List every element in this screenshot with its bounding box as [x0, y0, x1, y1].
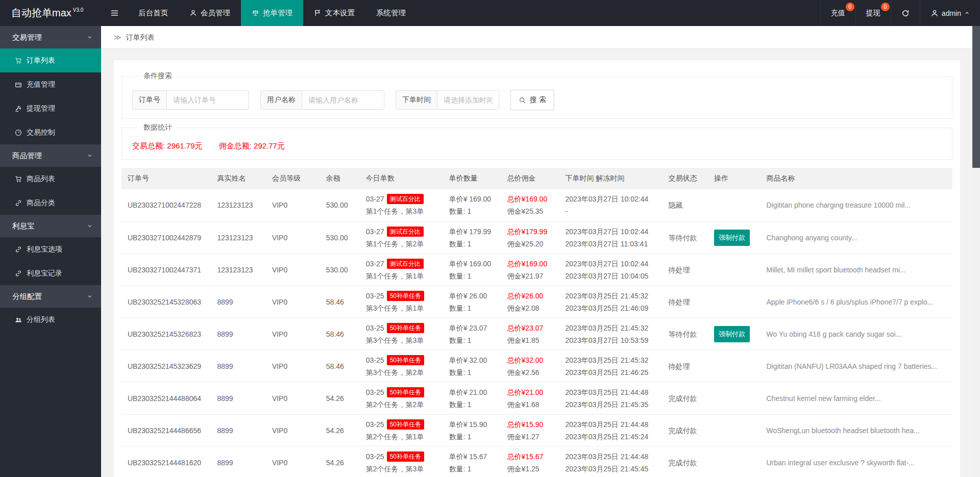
order-time: 2023年03月25日 21:44:48: [566, 450, 658, 463]
column-header: 交易状态: [663, 168, 709, 189]
refresh-button[interactable]: [891, 0, 920, 26]
table-row: UB23032521444866568899VIP054.2603-2550补单…: [121, 414, 952, 446]
sidebar-group-label: 利息宝: [12, 222, 35, 230]
sidebar-group-4[interactable]: 分组配置: [0, 285, 101, 308]
cell-status: 待处理: [663, 350, 709, 382]
daily-orders-line: 03-2550补单任务: [366, 354, 439, 366]
table-row: UB23032521444816208899VIP054.2603-2550补单…: [121, 446, 952, 477]
cell-real-name: 8899: [212, 382, 266, 414]
scrollbar-thumb[interactable]: [972, 26, 980, 168]
cell-balance: 58.46: [321, 318, 361, 350]
breadcrumb-icon: ≫: [114, 33, 121, 41]
table-row: UB23032521453236298899VIP058.4603-2550补单…: [121, 350, 952, 382]
cell-unit-price: 单价¥ 26.00数量: 1: [444, 286, 502, 318]
total-price: 总价¥21.00: [507, 386, 555, 398]
topnav-item-5[interactable]: 系统管理: [365, 0, 416, 26]
cell-order-no: UB2303252145328063: [121, 286, 212, 318]
commission: 佣金¥2.56: [507, 366, 555, 379]
withdraw-button[interactable]: 提现 0: [855, 0, 891, 26]
sidebar-item[interactable]: 充值管理: [0, 72, 101, 96]
table-row: UB2303271002447228123123123VIP0530.0003-…: [121, 189, 952, 221]
total-price: 总价¥23.07: [507, 322, 555, 334]
scrollbar[interactable]: [972, 26, 980, 477]
table-row: UB23032521444880648899VIP054.2603-2550补单…: [121, 382, 952, 414]
flag-icon: [314, 9, 322, 17]
order-time: 2023年03月27日 10:02:44: [566, 258, 658, 270]
total-price: 总价¥26.00: [507, 290, 555, 302]
cell-real-name: 8899: [212, 414, 266, 446]
search-field-group: 用户名称: [260, 90, 384, 110]
sidebar-item[interactable]: 订单列表: [0, 48, 101, 72]
sidebar-group-3[interactable]: 利息宝: [0, 215, 101, 237]
column-header: 商品名称: [761, 168, 952, 189]
content-card: 条件搜索 订单号用户名称下单时间搜 索 数据统计 交易总额: 2961.79元 …: [114, 60, 960, 477]
sidebar-group-2[interactable]: 商品管理: [0, 144, 101, 167]
quantity: 数量: 1: [449, 334, 497, 346]
task-badge: 50补单任务: [387, 323, 424, 333]
unfreeze-time: -: [566, 205, 658, 217]
sidebar-item[interactable]: 分组列表: [0, 308, 101, 332]
sidebar-item-label: 利息宝记录: [27, 269, 62, 278]
cell-status: 完成付款: [663, 414, 709, 446]
unfreeze-time: 2023年03月25日 21:45:45: [566, 463, 658, 475]
cell-total-commission: 总价¥179.99佣金¥25.20: [502, 221, 560, 254]
order-no: UB2303252144488064: [128, 394, 201, 403]
topbar: 自动抢单maxV3.0 后台首页会员管理抢单管理文本设置系统管理 充值 0 提现…: [0, 0, 980, 26]
sidebar-group-1[interactable]: 交易管理: [0, 26, 101, 48]
search-panel-legend: 条件搜索: [138, 71, 177, 81]
cell-action: 强制付款: [709, 318, 762, 350]
sidebar-item[interactable]: 利息宝选项: [0, 237, 101, 261]
order-date: 03-27: [366, 195, 384, 203]
sidebar-item[interactable]: 商品分类: [0, 191, 101, 215]
cell-status: 等待付款: [663, 221, 709, 254]
product-name: WoShengLun bluetooth headset bluetooth h…: [761, 414, 952, 446]
recharge-button[interactable]: 充值 0: [820, 0, 855, 26]
topnav-label: 抢单管理: [263, 8, 292, 18]
recharge-label: 充值: [831, 9, 845, 18]
task-badge: 50补单任务: [387, 451, 424, 462]
total-price: 总价¥179.99: [507, 225, 555, 238]
topnav-item-2[interactable]: 会员管理: [179, 0, 241, 26]
task-progress: 第2个任务，第2单: [366, 398, 439, 411]
total-price: 总价¥32.00: [507, 354, 555, 366]
quantity: 数量: 1: [449, 431, 497, 443]
sidebar-item[interactable]: 提现管理: [0, 96, 101, 120]
commission: 佣金¥25.20: [507, 238, 555, 250]
commission: 佣金¥25.35: [507, 205, 555, 217]
topnav-item-4[interactable]: 文本设置: [303, 0, 365, 26]
cell-action: [709, 350, 762, 382]
sidebar-item-label: 订单列表: [27, 56, 55, 65]
topnav-item-3[interactable]: 抢单管理: [241, 0, 303, 26]
search-field-label: 用户名称: [261, 91, 302, 109]
task-progress: 第1个任务，第1单: [366, 270, 439, 282]
search-input-3[interactable]: [437, 91, 499, 109]
cell-unit-price: 单价¥ 23.07数量: 1: [444, 318, 502, 350]
cell-daily-orders: 03-27测试百分比第1个任务，第1单: [361, 254, 444, 286]
search-input-1[interactable]: [167, 91, 249, 109]
daily-orders-line: 03-2550补单任务: [366, 322, 439, 334]
column-header: 总价佣金: [502, 168, 560, 189]
order-no: UB2303252145326823: [128, 330, 201, 338]
search-icon: [519, 96, 526, 104]
order-date: 03-25: [366, 356, 384, 364]
order-date: 03-27: [366, 228, 384, 236]
force-pay-button[interactable]: 强制付款: [714, 230, 750, 246]
order-no: UB2303252144481620: [128, 459, 201, 467]
topnav-item-1[interactable]: 后台首页: [128, 0, 179, 26]
sidebar-item[interactable]: 商品列表: [0, 167, 101, 191]
product-name: Urban integral user exclusive ? skyworth…: [761, 446, 952, 477]
daily-orders-line: 03-27测试百分比: [366, 258, 439, 270]
menu-toggle[interactable]: [101, 0, 128, 26]
cell-order-no: UB2303271002447371: [121, 254, 212, 286]
sidebar-item[interactable]: 交易控制: [0, 120, 101, 144]
cell-times: 2023年03月25日 21:45:322023年03月27日 10:53:59: [560, 318, 664, 350]
search-input-2[interactable]: [302, 91, 384, 109]
sidebar-item[interactable]: 利息宝记录: [0, 261, 101, 285]
force-pay-button[interactable]: 强制付款: [714, 326, 750, 342]
cell-total-commission: 总价¥169.00佣金¥21.97: [502, 254, 560, 286]
cell-balance: 530.00: [321, 189, 361, 221]
withdraw-badge: 0: [881, 3, 890, 11]
user-menu[interactable]: admin: [920, 0, 980, 26]
search-button[interactable]: 搜 索: [510, 90, 554, 110]
cell-order-no: UB2303252144481620: [121, 446, 212, 477]
